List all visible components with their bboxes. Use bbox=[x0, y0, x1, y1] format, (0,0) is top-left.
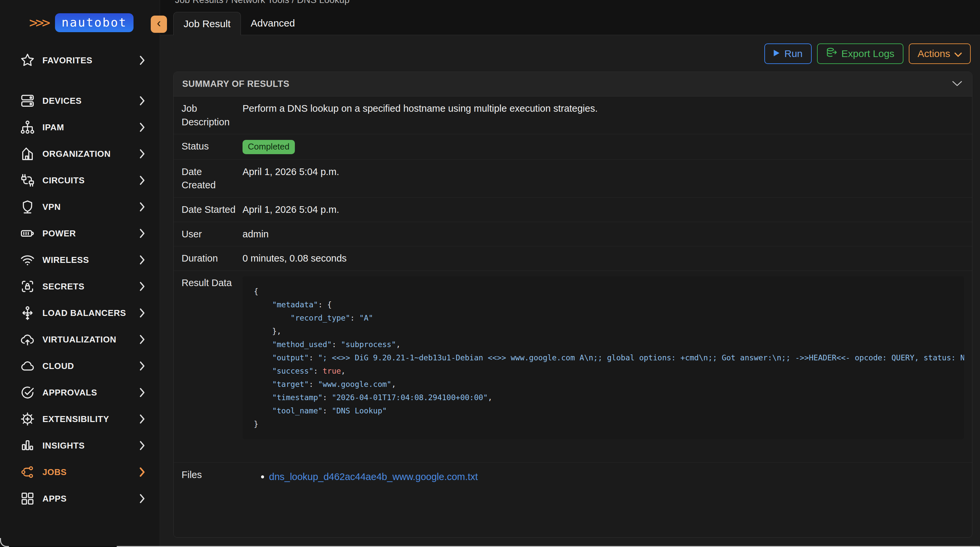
server-icon bbox=[19, 92, 36, 109]
chevron-right-icon bbox=[140, 176, 145, 185]
database-export-icon bbox=[826, 47, 837, 61]
chevron-right-icon bbox=[140, 123, 145, 132]
table-row-job-description: Job Description Perform a DNS lookup on … bbox=[173, 96, 972, 134]
sidebar-item-organization[interactable]: ORGANIZATION bbox=[0, 140, 160, 167]
sidebar-item-label: EXTENSIBILITY bbox=[42, 414, 140, 424]
actions-button[interactable]: Actions bbox=[909, 43, 971, 64]
export-logs-label: Export Logs bbox=[842, 48, 894, 59]
sidebar-item-secrets[interactable]: SECRETS bbox=[0, 273, 160, 300]
row-label: Date Created bbox=[181, 165, 242, 192]
sidebar-item-load-balancers[interactable]: LOAD BALANCERS bbox=[0, 300, 160, 326]
sidebar-item-apps[interactable]: APPS bbox=[0, 485, 160, 512]
code-line: "target": "www.google.com", bbox=[254, 378, 953, 391]
panel-title: SUMMARY OF RESULTS bbox=[182, 79, 290, 89]
breadcrumb[interactable]: Job Results / Network Tools / DNS Lookup bbox=[175, 0, 980, 5]
sidebar-item-favorites[interactable]: FAVORITES bbox=[0, 47, 160, 73]
sidebar-item-label: APPS bbox=[42, 494, 140, 504]
table-row-date-started: Date Started April 1, 2026 5:04 p.m. bbox=[173, 198, 972, 222]
panel-collapse-button[interactable] bbox=[951, 80, 963, 89]
code-line: "timestamp": "2026-04-01T17:04:08.294100… bbox=[254, 391, 953, 404]
chevron-right-icon bbox=[140, 149, 145, 158]
table-row-date-created: Date Created April 1, 2026 5:04 p.m. bbox=[173, 160, 972, 198]
sidebar-item-label: APPROVALS bbox=[42, 388, 140, 398]
cable-icon bbox=[19, 172, 36, 189]
summary-panel: SUMMARY OF RESULTS Job Description Perfo… bbox=[173, 72, 972, 538]
main: Job Results / Network Tools / DNS Lookup… bbox=[160, 0, 980, 547]
sidebar-item-label: CIRCUITS bbox=[42, 175, 140, 186]
chevron-right-icon bbox=[140, 361, 145, 371]
code-line: "output": "; <<>> DiG 9.20.21-1~deb13u1-… bbox=[254, 351, 953, 364]
bullet-icon bbox=[261, 475, 264, 478]
status-badge: Completed bbox=[242, 140, 295, 154]
sidebar-item-approvals[interactable]: APPROVALS bbox=[0, 379, 160, 406]
sidebar-item-label: FAVORITES bbox=[42, 55, 140, 65]
logo-arrows-icon: >>> bbox=[29, 14, 51, 31]
code-line: "tool_name": "DNS Lookup" bbox=[254, 404, 953, 417]
files-value: dns_lookup_d462ac44ae4b_www.google.com.t… bbox=[242, 468, 964, 520]
file-link[interactable]: dns_lookup_d462ac44ae4b_www.google.com.t… bbox=[269, 470, 478, 484]
tab-job-result[interactable]: Job Result bbox=[173, 12, 241, 35]
table-row-status: Status Completed bbox=[173, 134, 972, 160]
sidebar-item-ipam[interactable]: IPAM bbox=[0, 114, 160, 140]
code-line: "success": true, bbox=[254, 364, 953, 378]
sidebar-logo[interactable]: >>> nautobot bbox=[0, 0, 160, 32]
sidebar-item-extensibility[interactable]: EXTENSIBILITY bbox=[0, 406, 160, 432]
sidebar-item-jobs[interactable]: JOBS bbox=[0, 459, 160, 485]
chevron-right-icon bbox=[140, 255, 145, 265]
chevron-right-icon bbox=[140, 388, 145, 397]
actions-button-label: Actions bbox=[918, 48, 950, 59]
sidebar-item-power[interactable]: POWER bbox=[0, 220, 160, 247]
lock-icon bbox=[19, 278, 36, 295]
hierarchy-icon bbox=[19, 119, 36, 136]
window-corner-highlight bbox=[0, 538, 9, 547]
code-line: "metadata": { bbox=[254, 298, 953, 311]
export-logs-button[interactable]: Export Logs bbox=[817, 43, 904, 64]
chevron-right-icon bbox=[140, 441, 145, 450]
star-icon bbox=[19, 52, 36, 69]
gear-plus-icon bbox=[19, 411, 36, 427]
table-row-user: User admin bbox=[173, 222, 972, 247]
sidebar-item-virtualization[interactable]: VIRTUALIZATION bbox=[0, 326, 160, 353]
shield-icon bbox=[19, 199, 36, 215]
row-label: Files bbox=[181, 468, 242, 520]
tab-advanced[interactable]: Advanced bbox=[241, 11, 305, 35]
sidebar-item-insights[interactable]: INSIGHTS bbox=[0, 432, 160, 459]
table-row-duration: Duration 0 minutes, 0.08 seconds bbox=[173, 246, 972, 271]
run-button[interactable]: Run bbox=[764, 43, 811, 64]
chevron-right-icon bbox=[140, 202, 145, 212]
cloud-upload-icon bbox=[19, 331, 36, 348]
sidebar-item-label: CLOUD bbox=[42, 361, 140, 371]
sidebar-item-label: LOAD BALANCERS bbox=[42, 308, 140, 318]
sidebar-item-devices[interactable]: DEVICES bbox=[0, 88, 160, 114]
play-icon bbox=[773, 48, 780, 59]
check-circle-icon bbox=[19, 384, 36, 401]
sidebar-item-label: WIRELESS bbox=[42, 255, 140, 265]
sidebar: >>> nautobot FAVORITESDEVICESIPAMORGANIZ… bbox=[0, 0, 160, 546]
chevron-right-icon bbox=[140, 415, 145, 424]
duration-value: 0 minutes, 0.08 seconds bbox=[242, 252, 964, 265]
sidebar-item-label: VIRTUALIZATION bbox=[42, 335, 140, 345]
result-json: { "metadata": { "record_type": "A" }, "m… bbox=[242, 276, 964, 439]
status-value: Completed bbox=[242, 140, 964, 154]
code-line: }, bbox=[254, 325, 953, 338]
sidebar-item-cloud[interactable]: CLOUD bbox=[0, 353, 160, 379]
sidebar-collapse-button[interactable]: ‹ bbox=[151, 16, 167, 33]
breadcrumb-bar: Job Results / Network Tools / DNS Lookup bbox=[160, 0, 980, 5]
table-row-result-data: Result Data { "metadata": { "record_type… bbox=[173, 271, 972, 463]
sidebar-item-circuits[interactable]: CIRCUITS bbox=[0, 167, 160, 194]
wifi-icon bbox=[19, 252, 36, 268]
sidebar-item-label: JOBS bbox=[42, 467, 140, 477]
row-label: Job Description bbox=[181, 102, 242, 129]
sidebar-item-wireless[interactable]: WIRELESS bbox=[0, 247, 160, 273]
sidebar-item-label: POWER bbox=[42, 228, 140, 239]
cloud-icon bbox=[19, 358, 36, 374]
chevron-right-icon bbox=[140, 494, 145, 503]
user-value: admin bbox=[242, 227, 964, 241]
files-list: dns_lookup_d462ac44ae4b_www.google.com.t… bbox=[242, 470, 964, 484]
sidebar-item-vpn[interactable]: VPN bbox=[0, 194, 160, 220]
chevron-right-icon bbox=[140, 56, 145, 65]
sidebar-item-label: INSIGHTS bbox=[42, 440, 140, 451]
row-label: User bbox=[181, 227, 242, 241]
list-item: dns_lookup_d462ac44ae4b_www.google.com.t… bbox=[261, 470, 964, 484]
row-label: Result Data bbox=[181, 276, 242, 439]
